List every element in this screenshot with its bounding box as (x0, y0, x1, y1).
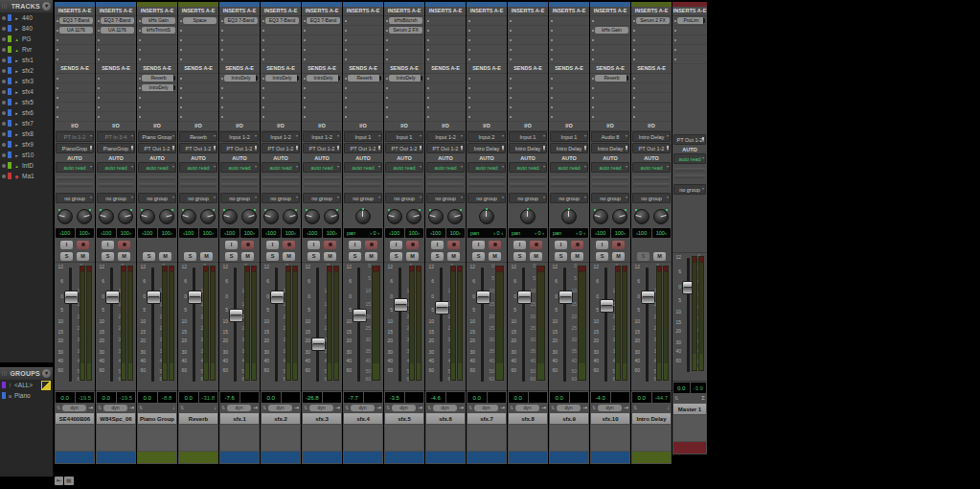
pan-left-readout[interactable]: ‹100 (385, 228, 404, 238)
insert-slot[interactable] (549, 55, 589, 64)
volume-readout[interactable]: -26.8 (303, 392, 322, 403)
send-slot[interactable] (343, 112, 383, 122)
pan-left-readout[interactable]: ‹100 (262, 228, 281, 238)
volume-readout[interactable]: -3.5 (385, 392, 404, 403)
pan-knob-right[interactable] (77, 209, 92, 224)
record-enable-button[interactable] (406, 241, 419, 249)
groups-panel-menu-icon[interactable]: ▾ (42, 369, 51, 378)
insert-slot[interactable] (672, 45, 707, 55)
insert-plugin-button[interactable]: EQ3 7-Band (101, 17, 134, 24)
pan-right-readout[interactable]: 100› (611, 228, 630, 238)
track-show-hide-dot[interactable] (2, 101, 6, 105)
send-slot[interactable] (631, 103, 672, 112)
pan-knob[interactable] (355, 209, 371, 224)
pan-knob-left[interactable] (387, 209, 402, 224)
pan-knob-right[interactable] (406, 209, 422, 224)
output-selector[interactable]: Intro Delay (550, 143, 588, 153)
record-enable-button[interactable] (118, 241, 130, 249)
track-show-hide-dot[interactable] (2, 58, 6, 62)
pan-left-readout[interactable]: ‹100 (179, 228, 198, 238)
window-button[interactable] (674, 175, 705, 178)
insert-slot[interactable] (343, 26, 383, 35)
mute-button[interactable]: M (241, 252, 254, 261)
track-name-plate[interactable]: sfx.9 (550, 413, 588, 424)
insert-slot[interactable]: EQ3 7-Band (219, 16, 260, 26)
insert-slot[interactable]: kHs Gain (590, 26, 630, 35)
input-selector[interactable]: PT In 3-4▾ (97, 131, 135, 142)
send-slot[interactable] (549, 93, 589, 103)
send-slot[interactable] (508, 83, 548, 93)
send-slot[interactable] (508, 74, 548, 83)
window-button[interactable] (221, 176, 258, 180)
send-slot[interactable] (302, 93, 342, 103)
record-enable-button[interactable] (571, 241, 583, 249)
pan-right-readout[interactable]: 100› (76, 228, 95, 238)
automation-mode-selector[interactable]: auto read▾ (467, 162, 506, 173)
insert-slot[interactable] (302, 45, 342, 55)
send-slot[interactable]: IntroDely (384, 74, 424, 83)
track-name-plate[interactable]: sfx.5 (385, 413, 423, 424)
insert-slot[interactable] (631, 35, 672, 45)
insert-slot[interactable] (425, 45, 466, 55)
mute-button[interactable]: M (489, 252, 501, 261)
send-slot[interactable] (96, 112, 136, 122)
insert-plugin-button[interactable]: EQ3 7-Band (59, 17, 93, 24)
send-slot[interactable] (261, 103, 301, 112)
insert-slot[interactable]: EQ3 7-Band (261, 16, 301, 26)
track-list-item[interactable]: ▴PG (0, 34, 53, 44)
peak-readout[interactable] (611, 392, 630, 403)
window-button[interactable] (551, 176, 587, 180)
fader-track[interactable] (522, 268, 525, 382)
solo-button[interactable]: S (596, 252, 608, 261)
insert-slot[interactable] (425, 55, 466, 64)
send-slot[interactable] (631, 112, 672, 122)
fader-track[interactable] (275, 268, 278, 382)
solo-button[interactable]: S (184, 252, 196, 261)
nudge-arrows-icon[interactable]: ⇅ (98, 406, 102, 410)
record-enable-button[interactable] (365, 241, 377, 249)
track-list-item[interactable]: ▸sfx2 (0, 65, 53, 76)
volume-readout[interactable]: 0.0 (262, 392, 281, 403)
voice-selector[interactable]: dyn (392, 405, 416, 411)
input-monitor-button[interactable]: I (60, 241, 73, 249)
peak-readout[interactable] (240, 392, 260, 403)
nudge-arrows-icon[interactable]: ⇅ (345, 406, 349, 410)
input-selector[interactable]: Input 1▾ (550, 131, 588, 142)
window-button[interactable] (262, 176, 299, 180)
window-button[interactable] (510, 183, 546, 187)
pan-left-readout[interactable]: ‹100 (97, 228, 116, 238)
automation-mode-selector[interactable]: auto read▾ (262, 162, 300, 173)
pan-knob-left[interactable] (305, 209, 320, 224)
send-slot[interactable] (261, 83, 301, 93)
voice-selector[interactable]: dyn (351, 405, 375, 411)
send-slot[interactable] (55, 93, 95, 103)
send-plugin-button[interactable]: IntroDely (224, 75, 258, 82)
insert-slot[interactable] (343, 35, 383, 45)
track-name-plate[interactable]: Reverb (179, 413, 217, 424)
insert-slot[interactable]: UA 1176 (96, 26, 136, 35)
automation-match-icon[interactable]: ⇥ (418, 405, 422, 410)
send-slot[interactable] (302, 103, 342, 112)
track-list-item[interactable]: ▸sfx1 (0, 55, 53, 65)
mute-button[interactable]: M (118, 252, 130, 261)
send-slot[interactable] (590, 83, 630, 93)
window-button[interactable] (304, 183, 340, 187)
track-list-item[interactable]: ▸sfx7 (0, 118, 53, 128)
send-slot[interactable] (425, 112, 466, 122)
window-button[interactable] (139, 183, 175, 187)
record-enable-button[interactable] (612, 241, 625, 249)
send-slot[interactable] (137, 112, 177, 122)
pan-knob-left[interactable] (428, 209, 444, 224)
insert-slot[interactable] (302, 35, 342, 45)
automation-match-icon[interactable]: ⇥ (294, 405, 299, 410)
fader-track[interactable] (440, 268, 443, 382)
comments-area[interactable] (426, 425, 465, 451)
insert-plugin-button[interactable]: Space (183, 17, 217, 24)
group-selector[interactable]: no group▾ (385, 193, 423, 203)
track-name-plate[interactable]: sfx.8 (509, 413, 547, 424)
nudge-arrows-icon[interactable]: ⇅ (57, 406, 60, 410)
comments-area[interactable] (467, 425, 506, 451)
record-enable-button[interactable] (489, 241, 501, 249)
send-slot[interactable] (302, 112, 342, 122)
insert-plugin-button[interactable]: kHsTrmntS (142, 27, 175, 34)
